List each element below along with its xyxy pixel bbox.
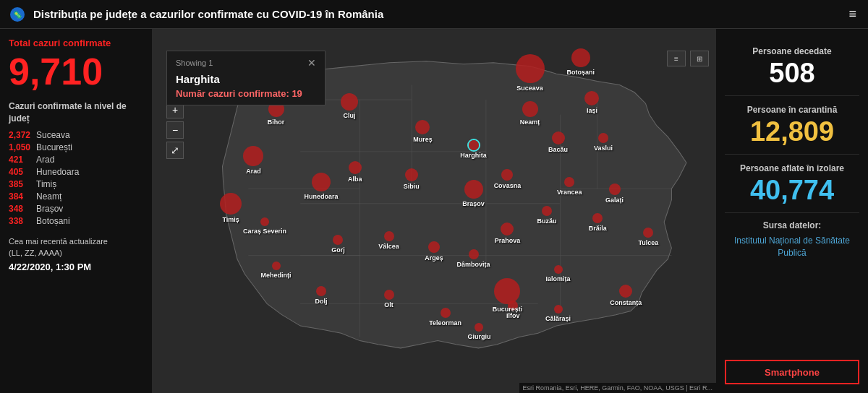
page-title: Distribuția pe județe a cazurilor confir…: [33, 8, 846, 20]
update-date: 4/22/2020, 1:30 PM: [9, 262, 143, 272]
popup-showing: Showing 1: [176, 59, 213, 67]
popup-value: Număr cazuri confirmate: 19: [176, 88, 316, 99]
left-panel: Total cazuri confirmate 9,710 Cazuri con…: [0, 29, 152, 393]
judet-item[interactable]: 338Botoșani: [9, 216, 143, 226]
popup-header: Showing 1 ✕: [176, 57, 316, 69]
total-number: 9,710: [9, 53, 143, 90]
deceased-value: 508: [725, 59, 859, 87]
judet-name: Brașov: [36, 204, 63, 214]
isolation-label: Persoane aflate în izolare: [725, 163, 859, 173]
judet-name: Hunedoara: [36, 167, 79, 177]
main-layout: Total cazuri confirmate 9,710 Cazuri con…: [0, 29, 868, 393]
map-attribution: Esri Romania, Esri, HERE, Garmin, FAO, N…: [519, 383, 716, 393]
popup-close[interactable]: ✕: [307, 57, 316, 69]
quarantine-block: Persoane în carantină 12,809: [725, 96, 859, 155]
judet-count: 338: [9, 216, 36, 226]
zoom-extent-button[interactable]: ⤢: [166, 142, 184, 159]
deceased-label: Persoane decedate: [725, 46, 859, 56]
isolation-value: 40,774: [725, 176, 859, 204]
judet-name: București: [36, 142, 72, 152]
map-area[interactable]: Showing 1 ✕ Harghita Număr cazuri confir…: [152, 29, 716, 393]
app-icon: 🦠: [9, 6, 26, 23]
zoom-out-button[interactable]: −: [166, 121, 184, 139]
judet-count: 405: [9, 167, 36, 177]
popup-value-label: Număr cazuri confirmate:: [176, 88, 289, 99]
judet-section-title: Cazuri confirmate la nivel de județ: [9, 100, 143, 125]
judet-item[interactable]: 2,372Suceava: [9, 130, 143, 140]
judet-item[interactable]: 421Arad: [9, 155, 143, 165]
map-popup: Showing 1 ✕ Harghita Număr cazuri confir…: [166, 51, 326, 105]
right-panel: Persoane decedate 508 Persoane în carant…: [716, 29, 868, 393]
smartphone-label: Smartphone: [765, 367, 820, 378]
map-controls: + − ⤢: [166, 101, 184, 159]
judet-name: Timiș: [36, 179, 56, 189]
total-label: Total cazuri confirmate: [9, 38, 143, 50]
judet-item[interactable]: 385Timiș: [9, 179, 143, 189]
judet-name: Botoșani: [36, 216, 70, 226]
isolation-block: Persoane aflate în izolare 40,774: [725, 155, 859, 213]
smartphone-box[interactable]: Smartphone: [725, 360, 859, 384]
judet-count: 1,050: [9, 142, 36, 152]
judet-count: 348: [9, 204, 36, 214]
judet-count: 2,372: [9, 130, 36, 140]
judet-name: Neamț: [36, 191, 61, 202]
judet-list: 2,372Suceava1,050București421Arad405Hune…: [9, 130, 143, 226]
judet-name: Arad: [36, 155, 54, 165]
judet-count: 421: [9, 155, 36, 165]
list-view-button[interactable]: ≡: [667, 51, 686, 66]
header: 🦠 Distribuția pe județe a cazurilor conf…: [0, 0, 868, 29]
judet-count: 384: [9, 191, 36, 202]
update-label: Cea mai recentă actualizare(LL, ZZ, AAAA…: [9, 236, 143, 259]
judet-name: Suceava: [36, 130, 70, 140]
judet-item[interactable]: 1,050București: [9, 142, 143, 152]
menu-icon[interactable]: ≡: [846, 4, 859, 25]
map-legend-controls: ≡ ⊞: [667, 51, 709, 66]
judet-count: 385: [9, 179, 36, 189]
source-link[interactable]: Institutul Național de Sănătate Publică: [725, 235, 859, 259]
grid-view-button[interactable]: ⊞: [690, 51, 709, 66]
source-block: Sursa datelor: Institutul Național de Să…: [725, 213, 859, 360]
judet-item[interactable]: 348Brașov: [9, 204, 143, 214]
judet-item[interactable]: 405Hunedoara: [9, 167, 143, 177]
deceased-block: Persoane decedate 508: [725, 38, 859, 96]
popup-title: Harghita: [176, 73, 316, 85]
quarantine-label: Persoane în carantină: [725, 105, 859, 115]
quarantine-value: 12,809: [725, 118, 859, 145]
source-label: Sursa datelor:: [725, 220, 859, 230]
judet-item[interactable]: 384Neamț: [9, 191, 143, 202]
svg-text:🦠: 🦠: [13, 10, 22, 20]
popup-value-number: 19: [292, 88, 302, 99]
